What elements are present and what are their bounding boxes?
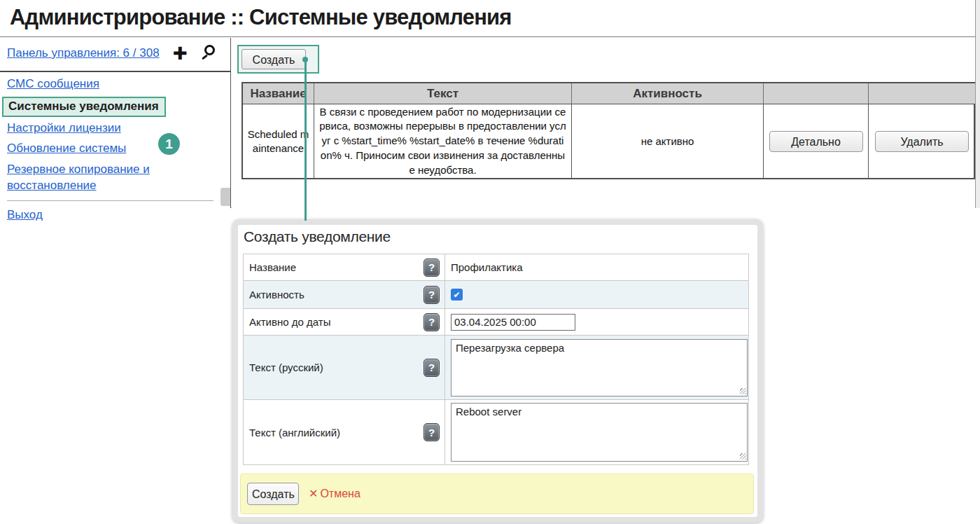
help-icon[interactable]: ? xyxy=(424,313,440,331)
form-row-activity: Активность ? ✔ xyxy=(244,281,748,309)
sidebar-item-logout[interactable]: Выход xyxy=(7,208,43,222)
field-label-cell: Название ? xyxy=(244,254,445,280)
field-value-cell: Перезагрузка сервера xyxy=(445,336,748,399)
dialog-title: Создать уведомление xyxy=(244,228,391,245)
cell-activity: не активно xyxy=(572,104,764,178)
close-icon: ✕ xyxy=(309,488,318,499)
column-header-name: Название xyxy=(243,83,314,104)
sidebar-item-system-notifications[interactable]: Системные уведомления xyxy=(2,97,166,117)
sidebar-item-sms[interactable]: СМС сообщения xyxy=(7,77,99,91)
sidebar-toolbar: Панель управления: 6 / 308 ✚ xyxy=(7,46,225,69)
help-icon[interactable]: ? xyxy=(424,423,440,441)
help-icon[interactable]: ? xyxy=(424,258,440,277)
field-label-cell: Текст (английский) ? xyxy=(244,400,445,464)
field-label: Текст (русский) xyxy=(249,361,323,373)
page-header: Администрирование :: Системные уведомлен… xyxy=(0,0,980,37)
column-header-text: Текст xyxy=(314,83,572,104)
add-icon[interactable]: ✚ xyxy=(173,43,188,64)
cancel-link[interactable]: ✕Отмена xyxy=(309,487,360,500)
page-title: Администрирование :: Системные уведомлен… xyxy=(10,5,512,30)
annotation-step-1: 1 xyxy=(158,133,180,155)
sidebar-divider xyxy=(0,71,231,72)
form-row-text-ru: Текст (русский) ? Перезагрузка сервера xyxy=(244,336,748,400)
sidebar-item-license[interactable]: Настройки лицензии xyxy=(7,121,121,135)
resize-handle-icon[interactable] xyxy=(740,453,746,460)
annotation-connector-dot xyxy=(302,57,308,62)
help-icon[interactable]: ? xyxy=(424,286,440,304)
field-label: Активность xyxy=(249,289,304,301)
sidebar-nav: СМС сообщения Системные уведомления Наст… xyxy=(7,77,217,228)
annotation-connector-line xyxy=(304,60,307,221)
field-label: Текст (английский) xyxy=(249,427,340,439)
column-header-detail xyxy=(764,83,869,104)
field-value-cell: ✔ xyxy=(445,281,748,308)
search-icon-handle xyxy=(202,55,208,60)
active-until-input[interactable] xyxy=(451,314,575,331)
delete-button[interactable]: Удалить xyxy=(875,131,969,152)
sidebar: Панель управления: 6 / 308 ✚ СМС сообщен… xyxy=(0,38,231,208)
dialog-body: Создать уведомление Название ? Профилакт… xyxy=(238,225,757,517)
notification-form: Название ? Профилактика Активность ? ✔ xyxy=(243,254,749,465)
cell-name: Scheduled maintenance xyxy=(243,104,314,178)
sidebar-item-update[interactable]: Обновление системы xyxy=(7,142,126,156)
field-label: Название xyxy=(249,261,296,273)
field-label-cell: Активность ? xyxy=(244,281,445,308)
text-russian-textarea[interactable]: Перезагрузка сервера xyxy=(451,339,748,397)
text-english-textarea[interactable]: Reboot server xyxy=(451,403,748,462)
column-header-activity: Активность xyxy=(572,83,764,104)
notifications-table: Название Текст Активность Scheduled main… xyxy=(241,82,975,179)
main-content: Создать 2 Название Текст Активность Sche… xyxy=(232,38,975,208)
create-notification-dialog: Создать уведомление Название ? Профилакт… xyxy=(232,219,763,523)
cell-detail: Детально xyxy=(764,104,869,178)
field-label-cell: Текст (русский) ? xyxy=(244,336,445,399)
cell-delete: Удалить xyxy=(869,104,975,178)
cell-text: В связи с проведением работ по модерниза… xyxy=(314,104,572,178)
sidebar-scrollbar-thumb[interactable] xyxy=(220,188,230,206)
dialog-footer: Создать ✕Отмена xyxy=(240,474,754,514)
field-value-cell: Профилактика xyxy=(445,254,748,280)
name-value: Профилактика xyxy=(451,261,523,273)
detail-button[interactable]: Детально xyxy=(769,131,863,152)
sidebar-item-backup[interactable]: Резервное копирование и восстановление xyxy=(7,162,217,194)
search-icon[interactable] xyxy=(202,45,220,63)
field-label-cell: Активно до даты ? xyxy=(244,309,445,335)
form-row-text-en: Текст (английский) ? Reboot server xyxy=(244,400,748,465)
field-value-cell: Reboot server xyxy=(445,400,748,464)
screenshot-root: Администрирование :: Системные уведомлен… xyxy=(0,0,980,524)
checkbox-check-icon: ✔ xyxy=(453,290,460,300)
column-header-delete xyxy=(869,83,975,104)
resize-handle-icon[interactable] xyxy=(740,388,746,394)
sidebar-divider-bottom xyxy=(7,200,214,201)
field-value-cell xyxy=(445,309,748,335)
submit-create-button[interactable]: Создать xyxy=(247,483,299,505)
cancel-label: Отмена xyxy=(320,488,360,499)
field-label: Активно до даты xyxy=(249,316,330,328)
control-panel-link[interactable]: Панель управления: 6 / 308 xyxy=(7,46,160,60)
window-scrollbar-track[interactable] xyxy=(975,0,980,208)
activity-checkbox[interactable]: ✔ xyxy=(451,289,463,301)
form-row-active-until: Активно до даты ? xyxy=(244,309,748,336)
create-button[interactable]: Создать xyxy=(241,49,306,69)
form-row-name: Название ? Профилактика xyxy=(244,254,748,281)
admin-window: Администрирование :: Системные уведомлен… xyxy=(0,0,980,208)
help-icon[interactable]: ? xyxy=(424,359,440,377)
